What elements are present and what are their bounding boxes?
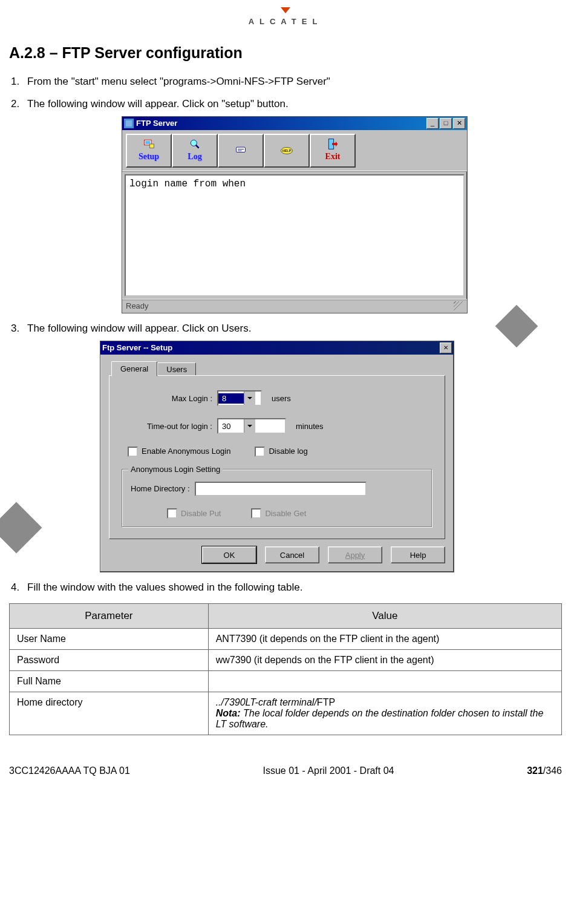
disable-put-label: Disable Put bbox=[181, 508, 221, 519]
ftp-server-window: FTP Server _ □ ✕ Setup Log bbox=[122, 116, 468, 313]
svg-text:HELP: HELP bbox=[282, 149, 292, 152]
disable-log-label: Disable log bbox=[269, 446, 307, 457]
th-value: Value bbox=[208, 604, 561, 629]
cell-value: ../7390LT-craft terminal/FTP Nota: The l… bbox=[208, 692, 561, 735]
checkbox-icon bbox=[255, 447, 265, 457]
cell-param: Password bbox=[10, 650, 209, 671]
exit-label: Exit bbox=[325, 151, 341, 163]
brand-text: ALCATEL bbox=[9, 17, 562, 26]
minimize-button[interactable]: _ bbox=[426, 118, 439, 129]
log-label: Log bbox=[188, 151, 201, 163]
cell-param: Full Name bbox=[10, 671, 209, 692]
table-row: User Name ANT7390 (it depends on the FTP… bbox=[10, 629, 562, 650]
step-2-text: The following window will appear. Click … bbox=[27, 98, 289, 110]
step-4: Fill the window with the values showed i… bbox=[22, 581, 562, 595]
cell-value bbox=[208, 671, 561, 692]
disable-get-checkbox: Disable Get bbox=[251, 508, 306, 519]
maxlogin-label: Max Login : bbox=[122, 393, 212, 404]
note-label: Nota: bbox=[216, 708, 241, 718]
step-3-text: The following window will appear. Click … bbox=[27, 323, 251, 334]
page-footer: 3CC12426AAAA TQ BJA 01 Issue 01 - April … bbox=[9, 765, 562, 776]
checkbox-icon bbox=[128, 447, 138, 457]
enable-anonymous-checkbox[interactable]: Enable Anonymous Login bbox=[128, 446, 230, 457]
maxlogin-combo[interactable]: 8 bbox=[217, 390, 262, 406]
page-total: /346 bbox=[543, 765, 562, 776]
exit-button[interactable]: Exit bbox=[310, 134, 356, 168]
help-button[interactable]: Help bbox=[391, 546, 445, 563]
cancel-button[interactable]: Cancel bbox=[265, 546, 319, 563]
setup-button[interactable]: Setup bbox=[126, 134, 172, 168]
close-button[interactable]: ✕ bbox=[453, 118, 465, 129]
maximize-button[interactable]: □ bbox=[440, 118, 452, 129]
svg-rect-1 bbox=[145, 141, 150, 144]
table-row: Password ww7390 (it depends on the FTP c… bbox=[10, 650, 562, 671]
enable-anonymous-label: Enable Anonymous Login bbox=[142, 446, 230, 457]
setup-icon bbox=[142, 138, 155, 150]
maxlogin-value: 8 bbox=[218, 393, 244, 404]
watermark-shape bbox=[0, 502, 42, 553]
step-4-text: Fill the window with the values showed i… bbox=[27, 582, 302, 593]
step-1: From the "start" menu select "programs->… bbox=[22, 75, 562, 89]
dialog-title: Ftp Server -- Setup bbox=[102, 342, 440, 353]
homedir-input[interactable] bbox=[195, 482, 367, 496]
titlebar[interactable]: Ftp Server -- Setup bbox=[100, 341, 454, 355]
checkbox-icon bbox=[251, 508, 261, 519]
titlebar[interactable]: FTP Server _ □ ✕ bbox=[122, 117, 467, 130]
log-button[interactable]: Log bbox=[172, 134, 218, 168]
cell-value: ww7390 (it depends on the FTP client in … bbox=[208, 650, 561, 671]
disable-put-checkbox: Disable Put bbox=[167, 508, 221, 519]
apply-label: Apply bbox=[345, 550, 365, 561]
checkbox-icon bbox=[167, 508, 177, 519]
svg-rect-5 bbox=[237, 147, 246, 152]
logo-arrow-icon bbox=[281, 7, 290, 13]
svg-line-4 bbox=[196, 145, 199, 148]
speech-icon bbox=[234, 145, 247, 157]
resize-grip-icon[interactable] bbox=[454, 301, 463, 311]
section-heading: A.2.8 – FTP Server configuration bbox=[9, 44, 562, 62]
cell-param: User Name bbox=[10, 629, 209, 650]
timeout-unit: minutes bbox=[296, 421, 324, 432]
chevron-down-icon[interactable] bbox=[244, 392, 255, 405]
issue-line: Issue 01 - April 2001 - Draft 04 bbox=[263, 765, 394, 776]
timeout-label: Time-out for login : bbox=[122, 421, 212, 432]
notes-button[interactable] bbox=[218, 134, 264, 168]
magnifier-icon bbox=[188, 138, 201, 150]
status-text: Ready bbox=[126, 301, 149, 312]
timeout-combo[interactable]: 30 bbox=[217, 418, 286, 434]
step-2: The following window will appear. Click … bbox=[22, 97, 562, 313]
cell-value: ANT7390 (it depends on the FTP client in… bbox=[208, 629, 561, 650]
svg-rect-2 bbox=[150, 144, 154, 148]
doc-ref: 3CC12426AAAA TQ BJA 01 bbox=[9, 765, 130, 776]
table-row: Home directory ../7390LT-craft terminal/… bbox=[10, 692, 562, 735]
window-title: FTP Server bbox=[136, 118, 426, 129]
exit-icon bbox=[326, 138, 339, 150]
apply-button[interactable]: Apply bbox=[328, 546, 382, 563]
page-number: 321/346 bbox=[527, 765, 562, 776]
sys-icon bbox=[124, 119, 134, 128]
ok-button[interactable]: OK bbox=[202, 546, 256, 563]
disable-log-checkbox[interactable]: Disable log bbox=[255, 446, 307, 457]
disable-get-label: Disable Get bbox=[265, 508, 306, 519]
tab-general[interactable]: General bbox=[111, 361, 157, 377]
tab-panel-general: Max Login : 8 users Time-out for login :… bbox=[109, 375, 445, 539]
chevron-down-icon[interactable] bbox=[244, 419, 255, 433]
homedir-label: Home Directory : bbox=[131, 483, 190, 494]
page-current: 321 bbox=[527, 765, 543, 776]
close-button[interactable] bbox=[440, 342, 452, 353]
th-parameter: Parameter bbox=[10, 604, 209, 629]
tab-strip: General Users bbox=[109, 361, 445, 376]
step-3: The following window will appear. Click … bbox=[22, 322, 562, 573]
note-text: The local folder depends on the destinat… bbox=[216, 708, 544, 729]
homedir-path-rest: FTP bbox=[317, 697, 335, 707]
parameter-table: Parameter Value User Name ANT7390 (it de… bbox=[9, 603, 562, 735]
status-bar: Ready bbox=[122, 299, 467, 313]
timeout-value: 30 bbox=[218, 421, 244, 432]
anonymous-group: Anonymous Login Setting Home Directory :… bbox=[122, 469, 432, 528]
group-legend: Anonymous Login Setting bbox=[128, 464, 223, 475]
setup-label: Setup bbox=[139, 151, 159, 163]
help-button[interactable]: HELP bbox=[264, 134, 310, 168]
ftp-setup-dialog: Ftp Server -- Setup General Users Max Lo… bbox=[100, 341, 454, 573]
cell-param: Home directory bbox=[10, 692, 209, 735]
table-row: Full Name bbox=[10, 671, 562, 692]
toolbar: Setup Log HELP Exit bbox=[122, 130, 467, 172]
